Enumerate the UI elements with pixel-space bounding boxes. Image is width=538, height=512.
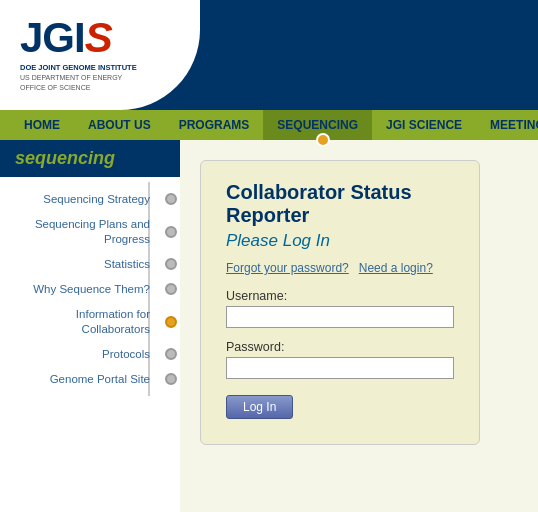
sidebar-dot-2 [165, 258, 177, 270]
sidebar-dot-1 [165, 226, 177, 238]
main-content: sequencing Sequencing Strategy Sequencin… [0, 140, 538, 512]
sidebar-link-protocols[interactable]: Protocols [102, 347, 150, 362]
header: JGIS DOE JOINT GENOME INSTITUTE US DEPAR… [0, 0, 538, 110]
nav-about-us[interactable]: ABOUT US [74, 110, 165, 140]
sidebar-link-sequencing-strategy[interactable]: Sequencing Strategy [43, 192, 150, 207]
sidebar-dot-5 [165, 348, 177, 360]
login-box: Collaborator Status Reporter Please Log … [200, 160, 480, 445]
sidebar-dot-0 [165, 193, 177, 205]
logo-area: JGIS DOE JOINT GENOME INSTITUTE US DEPAR… [0, 0, 200, 110]
sidebar-item-statistics[interactable]: Statistics [0, 252, 180, 277]
sidebar-link-statistics[interactable]: Statistics [104, 257, 150, 272]
sidebar-item-protocols[interactable]: Protocols [0, 342, 180, 367]
nav-meetings[interactable]: MEETINGS [476, 110, 538, 140]
sidebar-link-collaborators[interactable]: Information for Collaborators [10, 307, 150, 337]
login-button[interactable]: Log In [226, 395, 293, 419]
nav-home[interactable]: HOME [10, 110, 74, 140]
nav-programs[interactable]: PROGRAMS [165, 110, 264, 140]
login-links: Forgot your password? Need a login? [226, 261, 454, 275]
sidebar-item-genome-portal[interactable]: Genome Portal Site [0, 367, 180, 392]
login-subtitle: Please Log In [226, 231, 454, 251]
sidebar-item-plans[interactable]: Sequencing Plans and Progress [0, 212, 180, 252]
password-label: Password: [226, 340, 454, 354]
content-area: Collaborator Status Reporter Please Log … [180, 140, 538, 512]
nav-indicator [316, 133, 330, 147]
nav-jgi-science[interactable]: JGI SCIENCE [372, 110, 476, 140]
sidebar-item-why[interactable]: Why Sequence Them? [0, 277, 180, 302]
username-group: Username: [226, 289, 454, 328]
sidebar-link-genome-portal[interactable]: Genome Portal Site [50, 372, 150, 387]
navbar: HOME ABOUT US PROGRAMS SEQUENCING JGI SC… [0, 110, 538, 140]
sidebar-link-why[interactable]: Why Sequence Them? [33, 282, 150, 297]
logo-subtitle: DOE JOINT GENOME INSTITUTE US DEPARTMENT… [20, 63, 137, 92]
sidebar-dot-6 [165, 373, 177, 385]
username-label: Username: [226, 289, 454, 303]
sidebar-item-sequencing-strategy[interactable]: Sequencing Strategy [0, 187, 180, 212]
login-title: Collaborator Status Reporter [226, 181, 454, 227]
username-input[interactable] [226, 306, 454, 328]
forgot-password-link[interactable]: Forgot your password? [226, 261, 349, 275]
sidebar-nav: Sequencing Strategy Sequencing Plans and… [0, 182, 180, 396]
need-login-link[interactable]: Need a login? [359, 261, 433, 275]
logo: JGIS [20, 17, 112, 59]
password-input[interactable] [226, 357, 454, 379]
logo-jgi: JGI [20, 14, 85, 61]
sidebar-dot-3 [165, 283, 177, 295]
logo-s: S [85, 14, 112, 61]
sidebar-item-collaborators[interactable]: Information for Collaborators [0, 302, 180, 342]
sidebar-title: sequencing [0, 140, 180, 177]
sidebar-dot-4-active [165, 316, 177, 328]
sidebar: sequencing Sequencing Strategy Sequencin… [0, 140, 180, 512]
sidebar-link-plans[interactable]: Sequencing Plans and Progress [10, 217, 150, 247]
password-group: Password: [226, 340, 454, 379]
